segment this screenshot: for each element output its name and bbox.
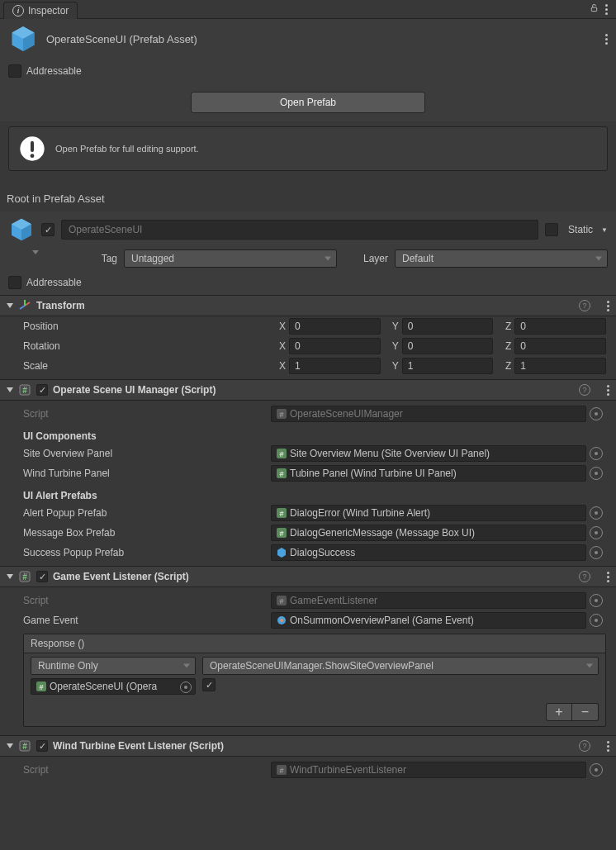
- success-popup-field[interactable]: DialogSuccess: [271, 544, 586, 561]
- static-checkbox[interactable]: [545, 223, 558, 236]
- script-field: # OperateSceneUIManager: [271, 406, 586, 422]
- comp1-enabled-checkbox[interactable]: [36, 384, 48, 396]
- help-icon[interactable]: ?: [579, 300, 590, 311]
- scale-row: Scale X Y Z: [0, 356, 616, 379]
- comp3-header[interactable]: # Wind Turbine Event Listener (Script) ?: [0, 735, 616, 757]
- svg-text:#: #: [22, 742, 27, 751]
- layer-label: Layer: [337, 253, 395, 264]
- scale-y-input[interactable]: [402, 358, 494, 374]
- tag-layer-row: Tag Untagged Layer Default: [0, 248, 616, 273]
- info-box: Open Prefab for full editing support.: [8, 126, 608, 171]
- event-target-field[interactable]: # OperateSceneUI (Opera: [31, 678, 196, 695]
- wind-turbine-row: Wind Turbine Panel # Tubine Panel (Wind …: [0, 463, 616, 483]
- scale-z-input[interactable]: [514, 358, 606, 374]
- tag-label: Tag: [50, 253, 124, 264]
- component-menu-icon[interactable]: [607, 572, 609, 582]
- object-picker-icon[interactable]: [180, 681, 192, 693]
- component-menu-icon[interactable]: [607, 385, 609, 396]
- help-icon[interactable]: ?: [579, 384, 590, 396]
- asset-context-menu-icon[interactable]: [605, 34, 608, 45]
- event-arg-checkbox[interactable]: [202, 678, 216, 691]
- prefab-icon: [8, 24, 38, 54]
- site-overview-field[interactable]: # Site Overview Menu (Site Overview UI P…: [271, 445, 586, 462]
- svg-text:#: #: [279, 510, 283, 518]
- script-icon: #: [18, 739, 31, 753]
- event-method-dropdown[interactable]: OperateSceneUIManager.ShowSiteOverviewPa…: [202, 657, 599, 675]
- context-menu-icon[interactable]: [605, 4, 608, 15]
- component-menu-icon[interactable]: [607, 301, 609, 311]
- comp3-script-field: # WindTurbineEventListener: [271, 762, 586, 778]
- scale-x-input[interactable]: [289, 358, 381, 374]
- object-picker-icon[interactable]: [590, 594, 603, 607]
- comp2-title: Game Event Listener (Script): [53, 571, 574, 582]
- object-picker-icon[interactable]: [590, 614, 603, 627]
- response-event-box: Response () Runtime Only # OperateSceneU…: [23, 634, 606, 727]
- tag-dropdown[interactable]: Untagged: [124, 249, 337, 268]
- object-picker-icon[interactable]: [590, 467, 603, 480]
- static-dropdown-icon[interactable]: ▼: [601, 226, 608, 234]
- foldout-icon: [7, 574, 13, 579]
- rotation-x-input[interactable]: [289, 338, 381, 354]
- gameobject-header: Static ▼: [0, 211, 616, 248]
- game-event-field[interactable]: OnSummonOverviewPanel (Game Event): [271, 612, 586, 629]
- open-prefab-button[interactable]: Open Prefab: [191, 92, 425, 113]
- object-picker-icon[interactable]: [590, 506, 603, 520]
- comp2-script-field: # GameEventListener: [271, 592, 586, 609]
- svg-text:#: #: [279, 767, 283, 775]
- transform-header[interactable]: Transform ?: [0, 295, 616, 316]
- svg-text:#: #: [22, 572, 27, 582]
- lock-icon[interactable]: [590, 3, 599, 15]
- gameobject-icon[interactable]: [8, 216, 35, 243]
- message-box-field[interactable]: # DialogGenericMessage (Message Box UI): [271, 525, 586, 541]
- rotation-row: Rotation X Y Z: [0, 336, 616, 356]
- go-addressable-row: Addressable: [0, 273, 616, 295]
- help-icon[interactable]: ?: [579, 740, 590, 752]
- gameobject-active-checkbox[interactable]: [41, 223, 54, 236]
- object-picker-icon[interactable]: [590, 526, 603, 539]
- comp1-header[interactable]: # Operate Scene UI Manager (Script) ?: [0, 379, 616, 401]
- object-picker-icon[interactable]: [590, 763, 603, 776]
- comp3-title: Wind Turbine Event Listener (Script): [53, 740, 574, 752]
- tab-bar: i Inspector: [0, 0, 616, 19]
- addressable-checkbox[interactable]: [8, 64, 21, 78]
- ui-components-header: UI Components: [0, 424, 616, 444]
- comp2-header[interactable]: # Game Event Listener (Script) ?: [0, 566, 616, 587]
- help-icon[interactable]: ?: [579, 571, 590, 582]
- svg-text:#: #: [279, 470, 283, 478]
- foldout-icon: [7, 743, 13, 748]
- svg-text:#: #: [279, 411, 283, 419]
- foldout-icon: [7, 387, 13, 392]
- remove-event-button[interactable]: −: [572, 703, 599, 721]
- object-picker-icon[interactable]: [590, 546, 603, 559]
- inspector-tab[interactable]: i Inspector: [3, 2, 78, 19]
- rotation-y-input[interactable]: [402, 338, 494, 354]
- addressable-row: Addressable: [0, 59, 616, 83]
- wind-turbine-field[interactable]: # Tubine Panel (Wind Turbine UI Panel): [271, 465, 586, 482]
- go-addressable-label: Addressable: [26, 277, 82, 288]
- object-picker-icon[interactable]: [590, 447, 603, 460]
- static-label: Static: [568, 224, 593, 235]
- position-z-input[interactable]: [514, 318, 606, 335]
- svg-text:#: #: [39, 683, 43, 691]
- site-overview-row: Site Overview Panel # Site Overview Menu…: [0, 444, 616, 463]
- alert-popup-field[interactable]: # DialogError (Wind Turbine Alert): [271, 505, 586, 521]
- comp3-script-row: Script # WindTurbineEventListener: [0, 757, 616, 783]
- alert-popup-row: Alert Popup Prefab # DialogError (Wind T…: [0, 503, 616, 523]
- layer-dropdown[interactable]: Default: [395, 249, 608, 268]
- go-addressable-checkbox[interactable]: [8, 276, 21, 289]
- transform-title: Transform: [36, 300, 574, 311]
- comp3-enabled-checkbox[interactable]: [36, 740, 48, 752]
- asset-header: OperateSceneUI (Prefab Asset): [0, 19, 616, 59]
- position-y-input[interactable]: [402, 318, 494, 335]
- component-menu-icon[interactable]: [607, 741, 609, 752]
- comp2-enabled-checkbox[interactable]: [36, 571, 48, 582]
- position-x-input[interactable]: [289, 318, 381, 335]
- gameobject-name-input[interactable]: [61, 220, 538, 240]
- svg-text:#: #: [22, 386, 27, 395]
- script-icon: #: [18, 383, 31, 397]
- rotation-z-input[interactable]: [514, 338, 606, 354]
- call-state-dropdown[interactable]: Runtime Only: [31, 657, 196, 675]
- object-picker-icon[interactable]: [590, 407, 603, 420]
- add-event-button[interactable]: +: [546, 703, 572, 721]
- comp1-title: Operate Scene UI Manager (Script): [53, 384, 574, 396]
